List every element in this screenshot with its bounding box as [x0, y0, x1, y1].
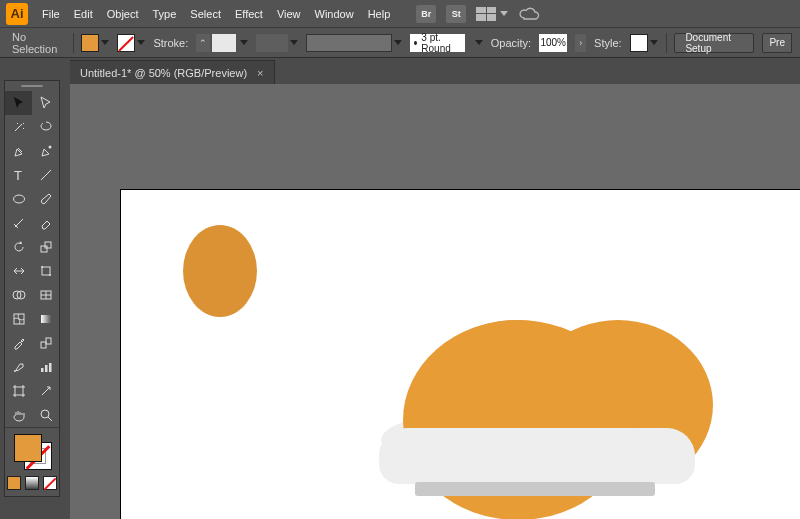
stepper-up-icon[interactable]: ⌃ — [196, 34, 210, 52]
app-logo: Ai — [6, 3, 28, 25]
style-label: Style: — [594, 37, 622, 49]
svg-point-3 — [13, 195, 24, 203]
fill-swatch[interactable] — [81, 34, 109, 52]
scale-tool[interactable] — [32, 235, 59, 259]
chevron-down-icon — [290, 40, 298, 45]
panel-grip[interactable] — [5, 81, 59, 91]
free-transform-tool[interactable] — [32, 259, 59, 283]
svg-rect-16 — [41, 342, 46, 348]
menu-object[interactable]: Object — [107, 8, 139, 20]
stock-button[interactable]: St — [446, 5, 466, 23]
menu-select[interactable]: Select — [190, 8, 221, 20]
width-tool[interactable] — [5, 259, 32, 283]
type-tool[interactable]: T — [5, 163, 32, 187]
svg-rect-21 — [49, 363, 52, 372]
line-tool[interactable] — [32, 163, 59, 187]
svg-rect-4 — [41, 246, 47, 252]
chevron-down-icon — [650, 40, 658, 45]
stroke-label: Stroke: — [153, 37, 188, 49]
ellipse-tool[interactable] — [5, 187, 32, 211]
stroke-swatch[interactable] — [117, 34, 145, 52]
svg-rect-6 — [42, 267, 50, 275]
control-bar: No Selection Stroke: ⌃ 3 pt. Round Opaci… — [0, 28, 800, 58]
chevron-down-icon — [394, 40, 402, 45]
separator — [666, 33, 667, 53]
workspace-switcher[interactable] — [476, 7, 508, 21]
bridge-button[interactable]: Br — [416, 5, 436, 23]
column-graph-tool[interactable] — [32, 355, 59, 379]
artboard[interactable] — [120, 189, 800, 519]
direct-selection-tool[interactable] — [32, 91, 59, 115]
hand-tool[interactable] — [5, 403, 32, 427]
svg-rect-20 — [45, 365, 48, 372]
shaper-tool[interactable] — [5, 211, 32, 235]
menu-help[interactable]: Help — [368, 8, 391, 20]
mesh-tool[interactable] — [5, 307, 32, 331]
svg-point-8 — [49, 274, 51, 276]
shape-builder-tool[interactable] — [5, 283, 32, 307]
menu-edit[interactable]: Edit — [74, 8, 93, 20]
brush-preview[interactable] — [306, 34, 402, 52]
color-mode-none[interactable] — [43, 476, 57, 490]
menu-type[interactable]: Type — [153, 8, 177, 20]
slice-tool[interactable] — [32, 379, 59, 403]
preferences-button[interactable]: Pre — [762, 33, 792, 53]
document-tab[interactable]: Untitled-1* @ 50% (RGB/Preview) × — [70, 60, 275, 84]
color-mode-gradient[interactable] — [25, 476, 39, 490]
fill-color-icon — [81, 34, 99, 52]
close-icon[interactable]: × — [257, 67, 263, 79]
brush-definition[interactable]: 3 pt. Round — [410, 34, 465, 52]
stroke-color-icon — [117, 34, 135, 52]
blend-tool[interactable] — [32, 331, 59, 355]
eraser-tool[interactable] — [32, 211, 59, 235]
fill-stroke-indicator[interactable] — [5, 428, 59, 472]
lasso-tool[interactable] — [32, 115, 59, 139]
paintbrush-tool[interactable] — [32, 187, 59, 211]
opacity-more-button[interactable]: › — [575, 34, 586, 52]
svg-point-7 — [41, 266, 43, 268]
artwork-ellipse-small[interactable] — [183, 225, 257, 317]
stroke-weight-input[interactable]: ⌃ — [196, 34, 248, 52]
toolbox: T — [4, 80, 60, 497]
curvature-tool[interactable] — [32, 139, 59, 163]
symbol-sprayer-tool[interactable] — [5, 355, 32, 379]
separator — [73, 33, 74, 53]
document-setup-button[interactable]: Document Setup — [674, 33, 754, 53]
magic-wand-tool[interactable] — [5, 115, 32, 139]
artwork-plate-front[interactable] — [379, 428, 695, 484]
svg-point-18 — [14, 370, 16, 372]
fill-indicator[interactable] — [14, 434, 42, 462]
style-dropdown[interactable] — [630, 34, 658, 52]
opacity-input[interactable]: 100% — [539, 34, 567, 52]
sync-icon[interactable] — [518, 7, 540, 21]
menu-window[interactable]: Window — [315, 8, 354, 20]
style-swatch-icon — [630, 34, 648, 52]
eyedropper-tool[interactable] — [5, 331, 32, 355]
rotate-tool[interactable] — [5, 235, 32, 259]
svg-point-23 — [41, 410, 49, 418]
artboard-tool[interactable] — [5, 379, 32, 403]
stroke-weight-value[interactable] — [212, 34, 236, 52]
selection-tool[interactable] — [5, 91, 32, 115]
color-mode-solid[interactable] — [7, 476, 21, 490]
document-tab-strip: Untitled-1* @ 50% (RGB/Preview) × — [70, 60, 275, 84]
menu-view[interactable]: View — [277, 8, 301, 20]
artwork-stand[interactable] — [415, 482, 655, 496]
profile-dropdown[interactable] — [256, 34, 298, 52]
chevron-down-icon — [500, 11, 508, 16]
work-area[interactable] — [70, 84, 800, 519]
selection-state: No Selection — [8, 31, 65, 55]
brush-name: 3 pt. Round — [421, 32, 460, 54]
svg-line-24 — [48, 417, 52, 421]
perspective-grid-tool[interactable] — [32, 283, 59, 307]
chevron-down-icon — [240, 40, 248, 45]
zoom-tool[interactable] — [32, 403, 59, 427]
opacity-label: Opacity: — [491, 37, 531, 49]
layout-icon — [476, 7, 496, 21]
svg-rect-19 — [41, 368, 44, 372]
menu-file[interactable]: File — [42, 8, 60, 20]
gradient-tool[interactable] — [32, 307, 59, 331]
svg-point-0 — [48, 146, 51, 149]
pen-tool[interactable] — [5, 139, 32, 163]
menu-effect[interactable]: Effect — [235, 8, 263, 20]
